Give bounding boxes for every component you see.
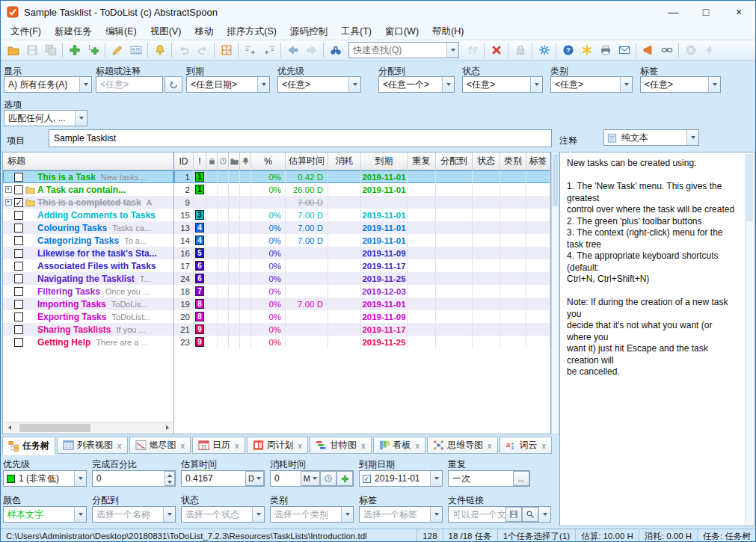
expand-toggle[interactable]: + [3, 186, 13, 193]
dropdown-arrow[interactable] [708, 77, 720, 92]
expand-plus-icon[interactable]: + [5, 186, 12, 193]
filter-show[interactable]: A) 所有任务(A) [4, 76, 92, 93]
send-email-button[interactable] [615, 41, 633, 59]
file-save-button[interactable] [505, 507, 522, 522]
tab-task-tree[interactable]: 任务树 [2, 437, 55, 455]
task-row-columns[interactable]: 2190%2019-11-17 [174, 323, 550, 336]
tab-word-cloud[interactable]: aec词云x [500, 437, 553, 454]
expand-toggle[interactable]: + [3, 199, 13, 206]
comments-text[interactable]: New tasks can be created using: 1. The '… [561, 153, 745, 525]
scroll-left-arrow[interactable] [4, 422, 15, 434]
filter-category[interactable]: <任意> [550, 76, 633, 93]
attr-estimated-time[interactable]: 0.4167D [181, 470, 265, 487]
filter-due[interactable]: <任意日期> [186, 76, 270, 93]
column-header-category[interactable]: 类别 [500, 153, 526, 170]
dropdown-arrow[interactable] [430, 507, 442, 522]
open-tasklist-button[interactable] [4, 41, 22, 59]
expand-plus-icon[interactable]: + [5, 199, 12, 206]
task-row-columns[interactable]: 110%0.42 D2019-11-01 [174, 170, 550, 183]
outdent-task-button[interactable] [259, 41, 278, 59]
task-row[interactable]: Navigating the TasklistT... [3, 272, 173, 285]
tab-list-view[interactable]: 列表视图x [57, 437, 128, 454]
task-row[interactable]: Adding Comments to Tasks [3, 209, 173, 221]
percent-spinner[interactable] [165, 471, 175, 486]
menu-view[interactable]: 视图(V) [144, 23, 188, 40]
spellcheck-button[interactable] [577, 41, 596, 59]
tab-close-button[interactable]: x [361, 441, 366, 450]
tab-close-button[interactable]: x [416, 441, 420, 450]
column-header-filelink[interactable] [229, 153, 240, 170]
column-header-percent[interactable]: % [251, 153, 286, 170]
task-checkbox[interactable] [14, 173, 23, 182]
dropdown-arrow[interactable] [257, 77, 269, 92]
report-bug-button[interactable] [639, 41, 657, 59]
filter-status[interactable]: <任意> [462, 76, 543, 93]
task-checkbox[interactable] [14, 338, 23, 347]
set-reminder-button[interactable] [150, 41, 169, 59]
prev-task-button[interactable] [283, 41, 302, 59]
menu-source-control[interactable]: 源码控制 [283, 23, 334, 40]
task-row-columns[interactable]: 97.00 D [174, 196, 550, 209]
dropdown-arrow[interactable] [348, 77, 360, 92]
dropdown-arrow[interactable] [75, 111, 87, 126]
maximize-view-button[interactable] [217, 41, 236, 59]
task-checkbox[interactable] [14, 236, 23, 245]
comments-scrollbar[interactable] [745, 153, 754, 525]
dropdown-arrow[interactable] [620, 77, 632, 92]
task-row-columns[interactable]: 1980%7.00 D2019-11-01 [174, 298, 550, 310]
tab-close-button[interactable]: x [488, 441, 492, 450]
task-row-columns[interactable]: 1340%7.00 D2019-11-01 [174, 221, 550, 234]
task-row-columns[interactable]: 210%26.00 D2019-11-01 [174, 183, 550, 196]
title-panel-hscrollbar[interactable] [4, 422, 173, 433]
menu-new-task[interactable]: 新建任务 [48, 23, 99, 40]
tab-kanban[interactable]: 看板x [373, 437, 426, 454]
task-row-columns[interactable]: 2390%2019-11-25 [174, 336, 550, 348]
tab-close-button[interactable]: x [542, 441, 547, 450]
quick-find-combobox[interactable] [348, 42, 459, 58]
tab-close-button[interactable]: x [298, 441, 303, 450]
filter-title-or-comment[interactable]: <任意> [96, 76, 163, 93]
tab-mindmap[interactable]: 思维导图x [427, 437, 498, 454]
task-checkbox[interactable]: ✓ [14, 198, 23, 207]
task-row[interactable]: Filtering TasksOnce you ... [3, 285, 173, 298]
tab-gantt[interactable]: 甘特图x [310, 437, 372, 454]
tab-calendar[interactable]: 31日历x [192, 437, 245, 454]
task-row[interactable]: This is a TaskNew tasks ... [3, 170, 173, 183]
recurrence-edit-button[interactable]: ... [513, 471, 529, 486]
tab-close-button[interactable]: x [181, 441, 185, 450]
attr-spent-time[interactable]: 0M [270, 470, 354, 487]
help-button[interactable]: ? [559, 41, 577, 59]
tasklist-vertical-scrollbar[interactable] [551, 152, 559, 434]
task-row[interactable]: +✓This is a completed taskA [3, 196, 173, 209]
column-header-id[interactable]: ID [174, 153, 194, 170]
task-row[interactable]: Importing TasksToDoLis... [3, 298, 173, 310]
task-checkbox[interactable] [14, 249, 23, 258]
task-row[interactable]: Associated Files with Tasks [3, 259, 173, 272]
task-row-columns[interactable]: 1870%2019-12-03 [174, 285, 550, 298]
scroll-right-arrow[interactable] [162, 422, 173, 434]
attr-recurrence[interactable]: 一次... [448, 470, 530, 487]
dropdown-arrow[interactable] [252, 507, 264, 522]
task-row[interactable]: +A Task can contain... [3, 183, 173, 196]
indent-task-button[interactable] [241, 41, 259, 59]
task-row[interactable]: Sharing TasklistsIf you ... [3, 323, 173, 336]
column-header-status[interactable]: 状态 [473, 153, 500, 170]
column-header-tags[interactable]: 标签 [526, 153, 550, 170]
task-checkbox[interactable] [14, 211, 23, 220]
menu-help[interactable]: 帮助(H) [425, 23, 470, 40]
tab-close-button[interactable]: x [235, 441, 239, 450]
project-title-input[interactable] [49, 129, 552, 147]
task-checkbox[interactable] [14, 325, 23, 334]
print-button[interactable] [596, 41, 615, 59]
maximize-button[interactable]: □ [689, 1, 722, 23]
task-checkbox[interactable] [14, 224, 23, 232]
tab-week-plan[interactable]: 周计划x [247, 437, 309, 454]
column-header-time[interactable] [218, 153, 229, 170]
attr-status[interactable]: 选择一个状态 [181, 506, 265, 523]
attr-percent-done[interactable]: 0 [92, 470, 176, 487]
menu-move[interactable]: 移动 [188, 23, 220, 40]
task-row-columns[interactable]: 2080%2019-11-09 [174, 310, 550, 323]
new-subtask-button[interactable] [84, 41, 102, 59]
task-row[interactable]: Colouring TasksTasks ca... [3, 221, 173, 234]
dropdown-arrow[interactable] [442, 77, 454, 92]
